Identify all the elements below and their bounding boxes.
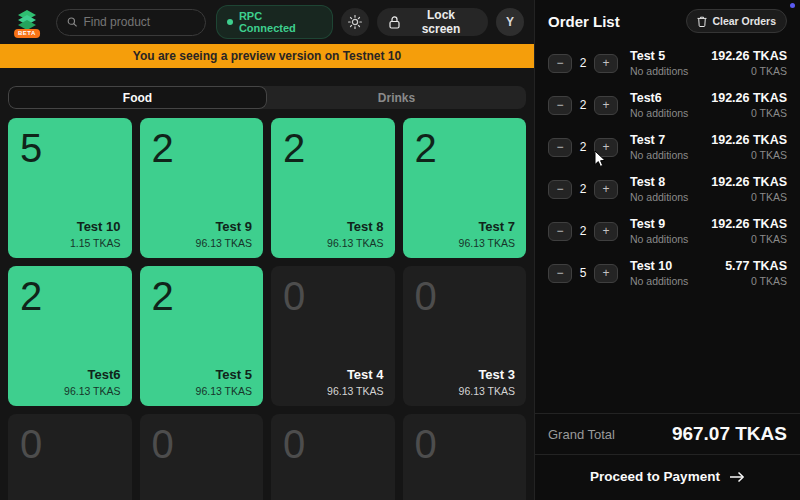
product-card-price: 1.15 TKAS bbox=[70, 237, 121, 249]
grand-total-value: 967.07 TKAS bbox=[672, 423, 787, 445]
product-card[interactable]: 0 bbox=[8, 414, 132, 500]
product-card[interactable]: 0 bbox=[140, 414, 264, 500]
product-card-qty: 2 bbox=[152, 276, 252, 316]
order-item-name: Test 8 bbox=[630, 175, 711, 189]
rpc-status-label: RPC Connected bbox=[239, 10, 322, 34]
product-card-name: Test 8 bbox=[327, 219, 383, 234]
product-card-price: 96.13 TKAS bbox=[327, 385, 383, 397]
order-row: − 5 + Test 10 No additions 5.77 TKAS 0 T… bbox=[535, 252, 800, 294]
tab-drinks[interactable]: Drinks bbox=[267, 86, 526, 109]
order-row: − 2 + Test 9 No additions 192.26 TKAS 0 … bbox=[535, 210, 800, 252]
order-panel: Order List Clear Orders − 2 + Test 5 bbox=[534, 0, 800, 500]
clear-orders-label: Clear Orders bbox=[712, 15, 776, 27]
product-card[interactable]: 2 Test 8 96.13 TKAS bbox=[271, 118, 395, 258]
product-card-price: 96.13 TKAS bbox=[196, 385, 252, 397]
product-card-qty: 0 bbox=[415, 424, 515, 464]
increase-qty-button[interactable]: + bbox=[594, 54, 618, 73]
product-card-qty: 0 bbox=[20, 424, 120, 464]
order-item-info: Test 7 No additions bbox=[630, 133, 711, 161]
product-card-price: 96.13 TKAS bbox=[64, 385, 120, 397]
proceed-to-payment-button[interactable]: Proceed to Payment bbox=[535, 454, 800, 500]
order-item-info: Test 8 No additions bbox=[630, 175, 711, 203]
product-card-qty: 0 bbox=[415, 276, 515, 316]
decrease-qty-button[interactable]: − bbox=[548, 138, 572, 157]
product-card-qty: 2 bbox=[283, 128, 383, 168]
product-card[interactable]: 0 bbox=[403, 414, 527, 500]
product-card-meta: Test 7 96.13 TKAS bbox=[459, 219, 515, 249]
product-card[interactable]: 2 Test 7 96.13 TKAS bbox=[403, 118, 527, 258]
product-card-price: 96.13 TKAS bbox=[196, 237, 252, 249]
order-item-qty: 2 bbox=[572, 224, 594, 238]
tab-food[interactable]: Food bbox=[8, 86, 267, 109]
grand-total-row: Grand Total 967.07 TKAS bbox=[535, 413, 800, 454]
order-item-prices: 192.26 TKAS 0 TKAS bbox=[711, 175, 787, 203]
lock-icon bbox=[389, 16, 400, 29]
search-input[interactable] bbox=[83, 15, 194, 29]
product-card[interactable]: 5 Test 10 1.15 TKAS bbox=[8, 118, 132, 258]
order-item-price: 192.26 TKAS bbox=[711, 49, 787, 63]
order-item-addition-price: 0 TKAS bbox=[711, 65, 787, 77]
product-card[interactable]: 0 Test 4 96.13 TKAS bbox=[271, 266, 395, 406]
increase-qty-button[interactable]: + bbox=[594, 222, 618, 241]
order-item-prices: 5.77 TKAS 0 TKAS bbox=[725, 259, 787, 287]
decrease-qty-button[interactable]: − bbox=[548, 264, 572, 283]
product-card-qty: 0 bbox=[283, 276, 383, 316]
sun-icon bbox=[348, 15, 362, 29]
pos-app: BETA RPC Connected bbox=[0, 0, 800, 500]
order-item-price: 192.26 TKAS bbox=[711, 175, 787, 189]
decrease-qty-button[interactable]: − bbox=[548, 180, 572, 199]
product-card-meta: Test 8 96.13 TKAS bbox=[327, 219, 383, 249]
rpc-status-badge: RPC Connected bbox=[216, 5, 333, 39]
product-card-qty: 5 bbox=[20, 128, 120, 168]
product-card-price: 96.13 TKAS bbox=[459, 385, 515, 397]
decrease-qty-button[interactable]: − bbox=[548, 222, 572, 241]
order-item-qty: 2 bbox=[572, 56, 594, 70]
lock-screen-button[interactable]: Lock screen bbox=[377, 8, 488, 36]
increase-qty-button[interactable]: + bbox=[594, 138, 618, 157]
order-item-name: Test 10 bbox=[630, 259, 725, 273]
product-card-meta: Test 4 96.13 TKAS bbox=[327, 367, 383, 397]
product-search[interactable] bbox=[56, 9, 206, 36]
product-card-meta: Test 9 96.13 TKAS bbox=[196, 219, 252, 249]
product-card-meta: Test6 96.13 TKAS bbox=[64, 367, 120, 397]
main-column: BETA RPC Connected bbox=[0, 0, 534, 500]
product-card[interactable]: 2 Test 5 96.13 TKAS bbox=[140, 266, 264, 406]
order-item-addition-price: 0 TKAS bbox=[711, 149, 787, 161]
lock-screen-label: Lock screen bbox=[406, 8, 476, 36]
increase-qty-button[interactable]: + bbox=[594, 180, 618, 199]
product-card[interactable]: 0 bbox=[271, 414, 395, 500]
order-item-prices: 192.26 TKAS 0 TKAS bbox=[711, 133, 787, 161]
increase-qty-button[interactable]: + bbox=[594, 96, 618, 115]
avatar-initial: Y bbox=[506, 15, 514, 29]
product-card-price: 96.13 TKAS bbox=[459, 237, 515, 249]
product-card[interactable]: 0 Test 3 96.13 TKAS bbox=[403, 266, 527, 406]
decrease-qty-button[interactable]: − bbox=[548, 54, 572, 73]
user-avatar[interactable]: Y bbox=[496, 8, 524, 36]
top-bar: BETA RPC Connected bbox=[0, 0, 534, 44]
order-item-note: No additions bbox=[630, 65, 711, 77]
order-item-prices: 192.26 TKAS 0 TKAS bbox=[711, 217, 787, 245]
product-card-meta: Test 5 96.13 TKAS bbox=[196, 367, 252, 397]
product-card-qty: 2 bbox=[20, 276, 120, 316]
arrow-right-icon bbox=[729, 471, 745, 483]
order-row: − 2 + Test 5 No additions 192.26 TKAS 0 … bbox=[535, 42, 800, 84]
order-item-qty: 2 bbox=[572, 98, 594, 112]
clear-orders-button[interactable]: Clear Orders bbox=[686, 9, 787, 33]
increase-qty-button[interactable]: + bbox=[594, 264, 618, 283]
order-item-qty: 5 bbox=[572, 266, 594, 280]
product-card-name: Test6 bbox=[64, 367, 120, 382]
decrease-qty-button[interactable]: − bbox=[548, 96, 572, 115]
product-card-qty: 0 bbox=[152, 424, 252, 464]
product-card-price: 96.13 TKAS bbox=[327, 237, 383, 249]
order-list: − 2 + Test 5 No additions 192.26 TKAS 0 … bbox=[535, 42, 800, 413]
product-card[interactable]: 2 Test 9 96.13 TKAS bbox=[140, 118, 264, 258]
product-card-name: Test 4 bbox=[327, 367, 383, 382]
order-item-note: No additions bbox=[630, 233, 711, 245]
product-card[interactable]: 2 Test6 96.13 TKAS bbox=[8, 266, 132, 406]
order-item-addition-price: 0 TKAS bbox=[711, 191, 787, 203]
product-card-meta: Test 10 1.15 TKAS bbox=[70, 219, 121, 249]
app-logo: BETA bbox=[10, 5, 44, 39]
order-item-note: No additions bbox=[630, 149, 711, 161]
theme-toggle-button[interactable] bbox=[341, 8, 369, 36]
product-card-name: Test 9 bbox=[196, 219, 252, 234]
